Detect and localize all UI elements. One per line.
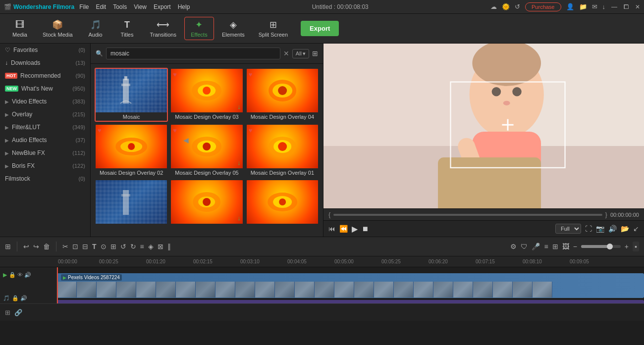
- audio-track[interactable]: [57, 300, 644, 303]
- tools-grid-icon[interactable]: ⊞: [5, 243, 11, 250]
- zoom-in-icon[interactable]: +: [625, 243, 629, 250]
- sidebar-item-whats-new[interactable]: NEW What's New (950): [0, 82, 90, 95]
- effect-apply-icon[interactable]: ⊙: [101, 243, 107, 250]
- keyframe-icon[interactable]: 🖼: [562, 243, 569, 250]
- search-input[interactable]: [106, 48, 280, 59]
- scroll-left-icon[interactable]: ◀: [183, 136, 189, 144]
- audio-lock-icon[interactable]: 🔒: [12, 295, 19, 301]
- progress-bar[interactable]: [333, 214, 602, 216]
- user-icon[interactable]: 👤: [566, 3, 574, 10]
- menu-view[interactable]: View: [134, 3, 147, 10]
- bracket-right-icon[interactable]: }: [605, 211, 607, 218]
- search-clear-icon[interactable]: ✕: [283, 49, 289, 57]
- camera-icon[interactable]: 📷: [596, 225, 604, 233]
- sidebar-item-favorites[interactable]: ♡ Favorites (0): [0, 44, 90, 56]
- sun-icon[interactable]: 🌞: [502, 3, 510, 10]
- effect-item-03[interactable]: ♥ ↓ Mosaic Design Overlay 03: [170, 68, 243, 122]
- menu-tools[interactable]: Tools: [113, 3, 127, 10]
- rotate-left-icon[interactable]: ↺: [120, 243, 126, 250]
- mail-icon[interactable]: ✉: [592, 3, 597, 10]
- undo-icon[interactable]: ↩: [23, 243, 29, 250]
- add-track-icon[interactable]: ⊞: [5, 309, 10, 316]
- sidebar-item-video-effects[interactable]: ▶ Video Effects (383): [0, 95, 90, 108]
- grid-timeline-icon[interactable]: ⊞: [552, 243, 558, 250]
- maximize-button[interactable]: ⧠: [623, 3, 629, 10]
- shield-icon[interactable]: 🛡: [521, 243, 528, 250]
- download-icon[interactable]: ↓: [602, 3, 606, 10]
- effect-item-04[interactable]: ♥ Mosaic Design Overlay 04: [246, 68, 319, 122]
- sidebar-item-downloads[interactable]: ↓ Downloads (13): [0, 56, 90, 69]
- effect-item-01[interactable]: ♥ Mosaic Design Overlay 01: [246, 124, 319, 178]
- bracket-left-icon[interactable]: {: [328, 211, 330, 218]
- timeline-tracks[interactable]: ▶ Pexels Videos 2587224: [57, 267, 644, 303]
- effect-item-r3[interactable]: [246, 179, 319, 233]
- track-eye-icon[interactable]: 👁: [17, 272, 23, 278]
- sidebar-item-filter-lut[interactable]: ▶ Filter&LUT (349): [0, 121, 90, 134]
- track-audio-icon[interactable]: 🔊: [24, 272, 31, 278]
- cloud-icon[interactable]: ☁: [490, 3, 497, 10]
- timeline-settings-icon[interactable]: ≡: [544, 243, 548, 250]
- audio-tool[interactable]: 🎵 Audio: [81, 17, 110, 40]
- step-back-icon[interactable]: ⏪: [339, 225, 348, 233]
- folder-open-icon[interactable]: 📂: [621, 225, 629, 233]
- sidebar-item-recommended[interactable]: HOT Recommended (90): [0, 69, 90, 82]
- track-lock-icon[interactable]: 🔒: [9, 272, 16, 278]
- cut-icon[interactable]: ✂: [62, 243, 68, 250]
- rotate-right-icon[interactable]: ↻: [130, 243, 136, 250]
- split-icon[interactable]: ⊞: [110, 243, 116, 250]
- audio-sync-icon[interactable]: ∥: [167, 243, 171, 250]
- sidebar-item-audio-effects[interactable]: ▶ Audio Effects (37): [0, 134, 90, 147]
- resize-icon[interactable]: ↙: [633, 225, 639, 233]
- filter-button[interactable]: All ▾: [292, 49, 309, 58]
- purchase-button[interactable]: Purchase: [525, 2, 561, 11]
- link-icon[interactable]: 🔗: [14, 309, 22, 316]
- split-screen-tool[interactable]: ⊞ Split Screen: [253, 17, 294, 40]
- sidebar-item-overlay[interactable]: ▶ Overlay (215): [0, 108, 90, 121]
- effect-item-05[interactable]: ♥ ↓ Mosaic Design Overlay 05: [170, 124, 243, 178]
- effect-item-r1[interactable]: [95, 179, 168, 233]
- delete-icon[interactable]: 🗑: [43, 243, 50, 250]
- close-button[interactable]: ✕: [635, 3, 640, 10]
- play-button[interactable]: ▶: [352, 224, 358, 234]
- stock-media-tool[interactable]: 📦 Stock Media: [37, 17, 79, 40]
- grid-view-icon[interactable]: ⊞: [312, 49, 318, 57]
- transitions-tool[interactable]: ⟷ Transitions: [144, 17, 182, 40]
- motion-icon[interactable]: ◈: [148, 243, 154, 250]
- fullscreen-icon[interactable]: ⛶: [585, 225, 592, 233]
- effect-item-r2[interactable]: ↓: [170, 179, 243, 233]
- stop-button[interactable]: ⏹: [362, 225, 369, 233]
- timeline-playhead[interactable]: [57, 267, 58, 303]
- menu-edit[interactable]: Edit: [96, 3, 106, 10]
- menu-file[interactable]: File: [79, 3, 89, 10]
- effect-item-mosaic[interactable]: Mosaic: [95, 68, 168, 122]
- effects-tool[interactable]: ✦ Effects: [184, 17, 214, 40]
- menu-help[interactable]: Help: [178, 3, 190, 10]
- text-icon[interactable]: T: [92, 243, 97, 250]
- audio-mute-icon[interactable]: 🔊: [20, 295, 27, 301]
- match-icon[interactable]: ⊠: [158, 243, 163, 250]
- sidebar-item-filmstock[interactable]: Filmstock (0): [0, 172, 90, 185]
- skip-back-icon[interactable]: ⏮: [328, 225, 335, 233]
- crop-icon[interactable]: ⊡: [72, 243, 78, 250]
- trim-icon[interactable]: ⊟: [82, 243, 88, 250]
- sidebar-item-newblue-fx[interactable]: ▶ NewBlue FX (112): [0, 147, 90, 159]
- quality-select[interactable]: Full 1/2 1/4: [555, 224, 581, 234]
- media-tool[interactable]: 🎞 Media: [5, 18, 35, 40]
- mic-icon[interactable]: 🎤: [532, 243, 540, 250]
- titles-tool[interactable]: T Titles: [112, 18, 142, 40]
- settings-icon[interactable]: ⚙: [510, 243, 517, 250]
- speaker-icon[interactable]: 🔊: [608, 225, 617, 233]
- zoom-handle[interactable]: [607, 244, 613, 249]
- folder-icon[interactable]: 📁: [579, 3, 587, 10]
- video-track[interactable]: ▶ Pexels Videos 2587224: [57, 273, 644, 298]
- redo-icon[interactable]: ↪: [33, 243, 39, 250]
- effect-item-02[interactable]: ♥ Mosaic Design Overlay 02: [95, 124, 168, 178]
- sidebar-item-boris-fx[interactable]: ▶ Boris FX (122): [0, 159, 90, 172]
- zoom-slider[interactable]: [581, 245, 621, 248]
- minimize-button[interactable]: —: [611, 3, 617, 10]
- speed-icon[interactable]: ≡: [140, 243, 144, 250]
- sync-icon[interactable]: ↺: [515, 3, 520, 10]
- export-button[interactable]: Export: [301, 21, 339, 36]
- elements-tool[interactable]: ◈ Elements: [216, 17, 251, 40]
- active-track-icon[interactable]: ▪: [633, 242, 639, 251]
